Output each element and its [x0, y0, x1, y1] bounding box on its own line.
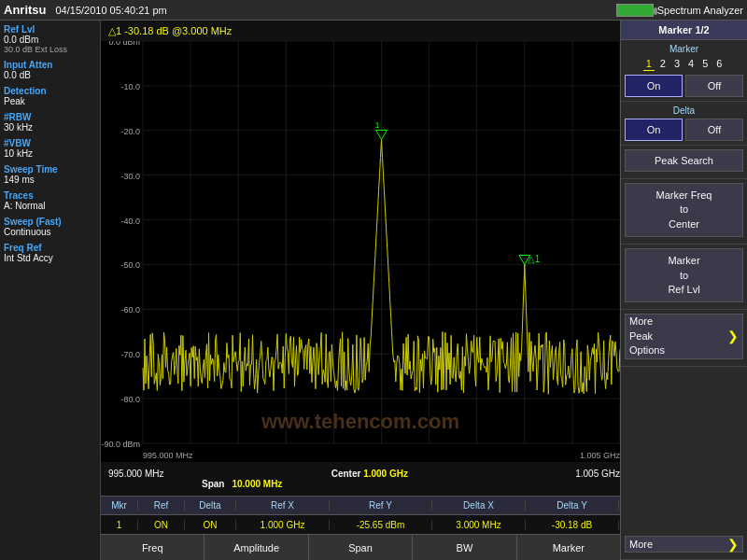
amplitude-button[interactable]: Amplitude — [204, 535, 308, 560]
rbw-group: #RBW 30 kHz — [4, 112, 96, 133]
chart-container: www.tehencom.com — [101, 41, 620, 462]
cell-ref: ON — [138, 520, 185, 530]
chart-area: △1 -30.18 dB @3.000 MHz www.tehencom.com… — [101, 21, 620, 560]
off-button[interactable]: Off — [685, 75, 743, 97]
spectrum-canvas — [101, 41, 620, 462]
table-header: Mkr Ref Delta Ref X Ref Y Delta X Delta … — [101, 497, 620, 515]
x-right-label: 1.005 GHz — [575, 469, 620, 479]
sweep-time-label: Sweep Time — [4, 164, 96, 175]
marker-section-label: Marker — [625, 44, 743, 54]
cell-delta: ON — [185, 520, 236, 530]
traces-label: Traces — [4, 190, 96, 201]
marker-num-3[interactable]: 3 — [671, 57, 683, 71]
marker-nums: 1 2 3 4 5 6 — [625, 57, 743, 71]
more-button[interactable]: More ❯ — [625, 536, 743, 553]
peak-search-section: Peak Search — [621, 146, 747, 179]
span-value: 10.000 MHz — [232, 479, 282, 489]
input-atten-group: Input Atten 0.0 dB — [4, 60, 96, 80]
marker-num-2[interactable]: 2 — [657, 57, 669, 71]
instrument-label: Spectrum Analyzer — [657, 5, 743, 16]
sweep-value: Continuous — [4, 227, 96, 237]
marker-num-4[interactable]: 4 — [685, 57, 697, 71]
left-panel: Ref Lvl 0.0 dBm 30.0 dB Ext Loss Input A… — [0, 21, 101, 560]
freq-row-2: Span 10.000 MHz — [108, 479, 620, 489]
marker-num-6[interactable]: 6 — [713, 57, 725, 71]
peak-search-button[interactable]: Peak Search — [625, 149, 743, 172]
vbw-value: 10 kHz — [4, 148, 96, 159]
right-panel: Marker 1/2 Marker 1 2 3 4 5 6 On Off Del… — [620, 21, 747, 560]
sweep-time-group: Sweep Time 149 ms — [4, 164, 96, 185]
marker-info: △1 -30.18 dB @3.000 MHz — [108, 25, 232, 37]
delta-section: Delta On Off — [621, 102, 747, 146]
col-ref-x: Ref X — [236, 500, 330, 511]
span-button[interactable]: Span — [309, 535, 413, 560]
cell-delta-y: -30.18 dB — [526, 520, 619, 530]
marker-section: Marker 1 2 3 4 5 6 On Off — [621, 40, 747, 102]
cell-mkr: 1 — [101, 520, 138, 530]
table-row: 1 ON ON 1.000 GHz -25.65 dBm 3.000 MHz -… — [101, 515, 620, 534]
freq-row-1: 995.000 MHz Center 1.000 GHz 1.005 GHz — [108, 469, 620, 479]
bw-button[interactable]: BW — [413, 535, 516, 560]
delta-on-off-row: On Off — [625, 119, 743, 141]
sweep-label: Sweep (Fast) — [4, 217, 96, 227]
col-delta-y: Delta Y — [526, 500, 619, 511]
marker-ref-section: Marker to Ref Lvl — [621, 245, 747, 310]
col-delta: Delta — [185, 500, 236, 511]
rbw-label: #RBW — [4, 112, 96, 122]
sweep-group: Sweep (Fast) Continuous — [4, 217, 96, 237]
more-peak-section: More Peak Options ❯ — [621, 310, 747, 366]
marker-num-1[interactable]: 1 — [643, 57, 655, 71]
cell-delta-x: 3.000 MHz — [432, 520, 526, 530]
x-center-value: 1.000 GHz — [363, 469, 408, 479]
chart-labels-bottom: 995.000 MHz Center 1.000 GHz 1.005 GHz S… — [101, 462, 620, 496]
x-left-label: 995.000 MHz — [108, 469, 163, 479]
marker-freq-section: Marker Freq to Center — [621, 179, 747, 245]
cell-ref-x: 1.000 GHz — [236, 520, 330, 530]
col-delta-x: Delta X — [432, 500, 526, 511]
more-section: More ❯ — [621, 532, 747, 560]
span-label-text: Span — [202, 479, 224, 489]
chart-header: △1 -30.18 dB @3.000 MHz — [101, 21, 620, 41]
more-peak-options-label: More Peak Options — [629, 315, 665, 357]
vbw-group: #VBW 10 kHz — [4, 138, 96, 159]
col-ref: Ref — [138, 500, 185, 511]
table-area: Mkr Ref Delta Ref X Ref Y Delta X Delta … — [101, 496, 620, 534]
datetime-display: 04/15/2010 05:40:21 pm — [56, 5, 616, 16]
delta-on-button[interactable]: On — [625, 119, 683, 141]
detection-group: Detection Peak — [4, 86, 96, 106]
rbw-value: 30 kHz — [4, 122, 96, 133]
marker-ref-lvl-button[interactable]: Marker to Ref Lvl — [625, 248, 743, 302]
freq-ref-value: Int Std Accy — [4, 253, 96, 263]
cell-ref-y: -25.65 dBm — [330, 520, 432, 530]
ref-lvl-value: 0.0 dBm — [4, 35, 96, 45]
col-ref-y: Ref Y — [330, 500, 432, 511]
top-bar: Anritsu 04/15/2010 05:40:21 pm Spectrum … — [0, 0, 747, 21]
main-area: Ref Lvl 0.0 dBm 30.0 dB Ext Loss Input A… — [0, 21, 747, 560]
ref-lvl-sub: 30.0 dB Ext Loss — [4, 45, 96, 54]
on-off-row: On Off — [625, 75, 743, 97]
ref-lvl-label: Ref Lvl — [4, 24, 96, 35]
delta-off-button[interactable]: Off — [685, 119, 743, 141]
traces-value: A: Normal — [4, 201, 96, 211]
brand-logo: Anritsu — [4, 3, 47, 17]
x-center-label-text: Center — [331, 469, 361, 479]
more-peak-options-button[interactable]: More Peak Options ❯ — [625, 314, 743, 358]
bottom-bar: Freq Amplitude Span BW Marker — [101, 534, 620, 560]
marker-freq-center-button[interactable]: Marker Freq to Center — [625, 183, 743, 237]
freq-ref-group: Freq Ref Int Std Accy — [4, 243, 96, 263]
more-arrow-icon: ❯ — [727, 537, 739, 552]
freq-ref-label: Freq Ref — [4, 243, 96, 253]
sweep-time-value: 149 ms — [4, 175, 96, 185]
freq-button[interactable]: Freq — [101, 535, 204, 560]
right-panel-title: Marker 1/2 — [621, 21, 747, 40]
detection-label: Detection — [4, 86, 96, 96]
traces-group: Traces A: Normal — [4, 190, 96, 211]
marker-num-5[interactable]: 5 — [699, 57, 711, 71]
on-button[interactable]: On — [625, 75, 683, 97]
arrow-right-icon: ❯ — [727, 329, 739, 343]
vbw-label: #VBW — [4, 138, 96, 148]
marker-button[interactable]: Marker — [517, 535, 620, 560]
delta-label: Delta — [625, 105, 743, 116]
input-atten-label: Input Atten — [4, 60, 96, 70]
input-atten-value: 0.0 dB — [4, 70, 96, 80]
